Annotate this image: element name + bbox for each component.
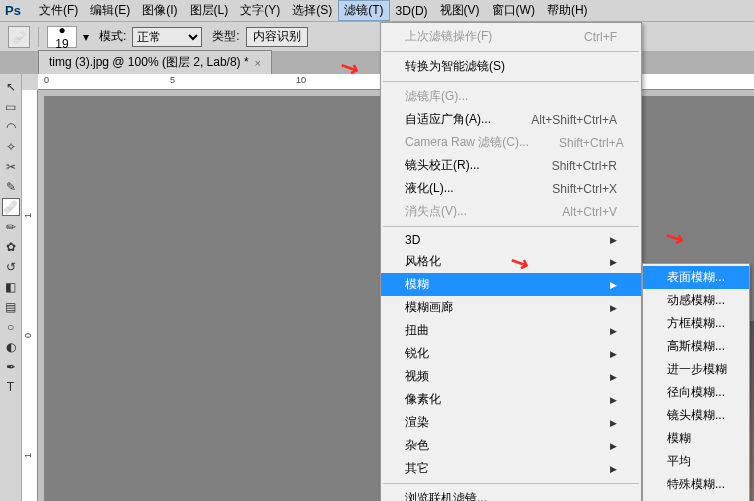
menu-noise-submenu[interactable]: 杂色▶: [381, 434, 641, 457]
tab-title: timg (3).jpg @ 100% (图层 2, Lab/8) *: [49, 54, 249, 71]
blur-motion[interactable]: 动感模糊...: [643, 289, 749, 312]
blur-special[interactable]: 特殊模糊...: [643, 473, 749, 496]
menu-3d-submenu[interactable]: 3D▶: [381, 230, 641, 250]
menu-pixelate-submenu[interactable]: 像素化▶: [381, 388, 641, 411]
menu-blur-submenu[interactable]: 模糊▶: [381, 273, 641, 296]
blur-gaussian[interactable]: 高斯模糊...: [643, 335, 749, 358]
menu-video-submenu[interactable]: 视频▶: [381, 365, 641, 388]
history-brush-tool[interactable]: ↺: [2, 258, 20, 276]
menu-filter[interactable]: 滤镜(T): [338, 0, 389, 21]
tools-panel: ↖ ▭ ◠ ✧ ✂ ✎ 🩹 ✏ ✿ ↺ ◧ ▤ ○ ◐ ✒ T: [0, 74, 22, 501]
menu-file[interactable]: 文件(F): [33, 0, 84, 21]
menu-camera-raw[interactable]: Camera Raw 滤镜(C)...Shift+Ctrl+A: [381, 131, 641, 154]
blur-shape[interactable]: 形状模糊...: [643, 496, 749, 501]
blur-box[interactable]: 方框模糊...: [643, 312, 749, 335]
mode-select[interactable]: 正常: [132, 27, 202, 47]
menu-blur-gallery-submenu[interactable]: 模糊画廊▶: [381, 296, 641, 319]
blur-further[interactable]: 进一步模糊: [643, 358, 749, 381]
menu-type[interactable]: 文字(Y): [234, 0, 286, 21]
menu-adaptive-wide-angle[interactable]: 自适应广角(A)...Alt+Shift+Ctrl+A: [381, 108, 641, 131]
menu-view[interactable]: 视图(V): [434, 0, 486, 21]
move-tool[interactable]: ↖: [2, 78, 20, 96]
brush-tool[interactable]: ✏: [2, 218, 20, 236]
menu-distort-submenu[interactable]: 扭曲▶: [381, 319, 641, 342]
blur-tool[interactable]: ○: [2, 318, 20, 336]
chevron-down-icon[interactable]: ▾: [83, 30, 89, 44]
menu-convert-smart[interactable]: 转换为智能滤镜(S): [381, 55, 641, 78]
type-label: 类型:: [212, 28, 239, 45]
blur-surface[interactable]: 表面模糊...: [643, 266, 749, 289]
marquee-tool[interactable]: ▭: [2, 98, 20, 116]
menu-3d[interactable]: 3D(D): [390, 2, 434, 20]
menu-liquify[interactable]: 液化(L)...Shift+Ctrl+X: [381, 177, 641, 200]
brush-preview[interactable]: ●19: [47, 26, 77, 48]
filter-menu-dropdown: 上次滤镜操作(F)Ctrl+F 转换为智能滤镜(S) 滤镜库(G)... 自适应…: [380, 22, 642, 501]
document-tab[interactable]: timg (3).jpg @ 100% (图层 2, Lab/8) * ×: [38, 50, 272, 74]
tool-preset-icon[interactable]: 🩹: [8, 26, 30, 48]
menu-image[interactable]: 图像(I): [136, 0, 183, 21]
menu-stylize-submenu[interactable]: 风格化▶: [381, 250, 641, 273]
menu-vanishing-point[interactable]: 消失点(V)...Alt+Ctrl+V: [381, 200, 641, 223]
blur-lens[interactable]: 镜头模糊...: [643, 404, 749, 427]
menu-lens-correction[interactable]: 镜头校正(R)...Shift+Ctrl+R: [381, 154, 641, 177]
gradient-tool[interactable]: ▤: [2, 298, 20, 316]
menu-sharpen-submenu[interactable]: 锐化▶: [381, 342, 641, 365]
type-content-aware-button[interactable]: 内容识别: [246, 27, 308, 47]
menu-bar: Ps 文件(F) 编辑(E) 图像(I) 图层(L) 文字(Y) 选择(S) 滤…: [0, 0, 754, 22]
blur-submenu-dropdown: 表面模糊... 动感模糊... 方框模糊... 高斯模糊... 进一步模糊 径向…: [642, 263, 750, 501]
type-tool[interactable]: T: [2, 378, 20, 396]
menu-browse-online[interactable]: 浏览联机滤镜...: [381, 487, 641, 501]
menu-other-submenu[interactable]: 其它▶: [381, 457, 641, 480]
healing-brush-tool[interactable]: 🩹: [2, 198, 20, 216]
menu-help[interactable]: 帮助(H): [541, 0, 594, 21]
blur-average[interactable]: 平均: [643, 450, 749, 473]
lasso-tool[interactable]: ◠: [2, 118, 20, 136]
stamp-tool[interactable]: ✿: [2, 238, 20, 256]
magic-wand-tool[interactable]: ✧: [2, 138, 20, 156]
ps-logo: Ps: [5, 3, 21, 18]
menu-edit[interactable]: 编辑(E): [84, 0, 136, 21]
blur-radial[interactable]: 径向模糊...: [643, 381, 749, 404]
dodge-tool[interactable]: ◐: [2, 338, 20, 356]
ruler-vertical: 1 0 1: [22, 90, 38, 501]
eyedropper-tool[interactable]: ✎: [2, 178, 20, 196]
blur-standard[interactable]: 模糊: [643, 427, 749, 450]
menu-window[interactable]: 窗口(W): [486, 0, 541, 21]
close-icon[interactable]: ×: [255, 57, 261, 69]
eraser-tool[interactable]: ◧: [2, 278, 20, 296]
menu-filter-gallery[interactable]: 滤镜库(G)...: [381, 85, 641, 108]
menu-last-filter[interactable]: 上次滤镜操作(F)Ctrl+F: [381, 25, 641, 48]
menu-select[interactable]: 选择(S): [286, 0, 338, 21]
mode-label: 模式:: [99, 28, 126, 45]
pen-tool[interactable]: ✒: [2, 358, 20, 376]
crop-tool[interactable]: ✂: [2, 158, 20, 176]
menu-layer[interactable]: 图层(L): [184, 0, 235, 21]
menu-render-submenu[interactable]: 渲染▶: [381, 411, 641, 434]
